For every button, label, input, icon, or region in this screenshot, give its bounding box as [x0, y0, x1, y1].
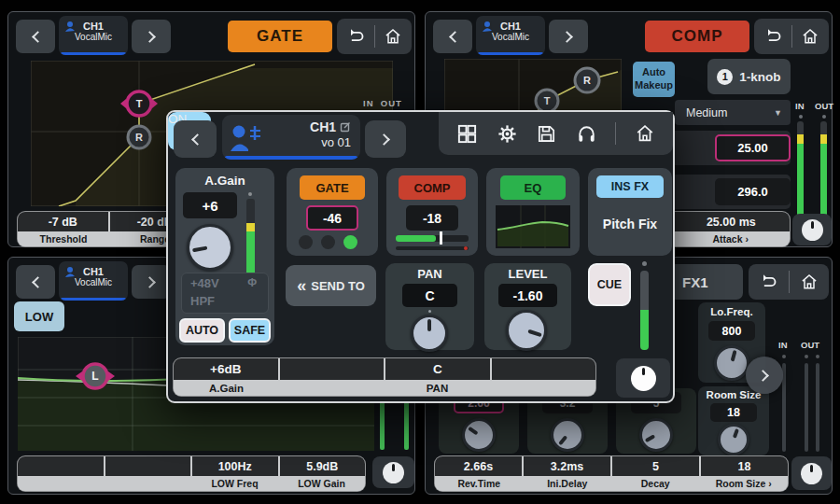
comp-chip[interactable]: COMP: [399, 175, 466, 200]
chevron-right-icon: [144, 31, 156, 43]
comp-threshold-value[interactable]: -18: [406, 205, 458, 231]
level-knob[interactable]: [506, 310, 547, 351]
gate-chip[interactable]: GATE: [300, 175, 365, 200]
settings-gear-icon[interactable]: [497, 123, 518, 145]
comp-param2-value[interactable]: 296.0: [715, 178, 791, 205]
touch-knob-button[interactable]: [791, 456, 832, 490]
footer-cell-lowgain[interactable]: 5.9dB: [280, 456, 366, 476]
red-dot: [464, 246, 468, 250]
footer-label: [279, 380, 385, 396]
touch-knob-button[interactable]: [792, 214, 832, 245]
revtime-knob[interactable]: [462, 418, 496, 452]
footer-label: [18, 476, 105, 491]
footer-cell-pan[interactable]: C: [385, 358, 492, 380]
footer-cell-inidelay[interactable]: 3.2ms: [524, 456, 612, 476]
lofreq-knob[interactable]: [714, 345, 749, 381]
channel-prev-button[interactable]: [16, 20, 55, 53]
decay-knob[interactable]: [639, 418, 673, 452]
insfx-card[interactable]: INS FX Pitch Fix: [588, 168, 672, 256]
undo-icon[interactable]: [346, 27, 365, 46]
phantom-hpf-section[interactable]: +48V Φ HPF: [181, 273, 269, 314]
channel-prev-button[interactable]: [16, 265, 55, 299]
home-icon[interactable]: [384, 27, 402, 46]
channel-next-button[interactable]: [132, 20, 171, 53]
roomsize-value[interactable]: 18: [710, 403, 757, 422]
roomsize-param-card: Room Size 18: [698, 386, 769, 455]
undo-icon[interactable]: [759, 273, 777, 291]
channel-next-button[interactable]: [132, 265, 171, 299]
channel-color-bar: [61, 52, 126, 56]
peak-dot: [642, 261, 647, 266]
monitor-headphones-icon[interactable]: [576, 123, 597, 145]
footer-cell-threshold[interactable]: -7 dB: [18, 212, 110, 231]
comp-title-button[interactable]: COMP: [645, 21, 749, 52]
channel-select-button[interactable]: CH1 VocalMic: [59, 261, 128, 301]
cue-button[interactable]: CUE: [588, 263, 631, 306]
inidelay-knob[interactable]: [551, 418, 584, 452]
eq-chip[interactable]: EQ: [500, 175, 566, 200]
gate-card[interactable]: GATE -46: [287, 168, 378, 256]
auto-gain-button[interactable]: AUTO: [179, 318, 225, 343]
pan-card: PAN C: [385, 263, 474, 350]
pan-value[interactable]: C: [402, 284, 457, 307]
footer-cell[interactable]: [492, 358, 596, 380]
peak-dot: [805, 355, 808, 358]
channel-prev-button[interactable]: [433, 20, 472, 53]
library-grid-icon[interactable]: [456, 123, 478, 145]
popup-touch-knob-button[interactable]: [616, 358, 670, 398]
comp-out-slider: [396, 246, 469, 250]
eq-card[interactable]: EQ: [486, 168, 580, 256]
footer-cell-lowfreq[interactable]: 100Hz: [192, 456, 280, 476]
one-knob-button[interactable]: 1 1-knob: [707, 59, 791, 94]
low-band-button[interactable]: LOW: [14, 301, 64, 331]
touch-knob-button[interactable]: [372, 456, 414, 488]
gate-title-button[interactable]: GATE: [228, 21, 332, 52]
level-value[interactable]: -1.60: [498, 284, 557, 307]
comp-type-dropdown[interactable]: Medium ▼: [675, 100, 791, 125]
popup-channel-prev-button[interactable]: [174, 120, 217, 158]
pan-knob[interactable]: [411, 315, 448, 352]
lofreq-value[interactable]: 800: [708, 321, 755, 341]
footer-cell-again[interactable]: +6dB: [174, 358, 280, 380]
footer-cell[interactable]: [18, 456, 105, 476]
channel-select-button[interactable]: CH1 VocalMic: [59, 16, 128, 55]
home-icon[interactable]: [635, 123, 655, 144]
save-data-icon[interactable]: [536, 123, 557, 145]
comp-param1-value[interactable]: 25.00: [715, 134, 791, 161]
footer-cell-revtime[interactable]: 2.66s: [435, 456, 524, 476]
home-icon[interactable]: [801, 27, 819, 46]
footer-cell-attack[interactable]: 25.00 ms: [673, 212, 790, 231]
popup-channel-name-button[interactable]: CH1 vo 01: [222, 115, 360, 160]
auto-makeup-button[interactable]: Auto Makeup: [633, 62, 675, 97]
footer-label: Decay: [611, 476, 700, 491]
again-value[interactable]: +6: [183, 192, 237, 218]
send-to-button[interactable]: « SEND TO: [286, 265, 376, 306]
gate-range-handle[interactable]: R: [128, 126, 150, 148]
insfx-chip[interactable]: INS FX: [596, 175, 664, 198]
undo-icon[interactable]: [763, 27, 782, 46]
fx-out-meter-r: [816, 363, 819, 452]
again-knob[interactable]: [187, 224, 233, 271]
channel-select-button[interactable]: CH1 VocalMic: [476, 16, 545, 55]
gate-threshold-value[interactable]: -46: [306, 205, 358, 231]
insfx-plugin-name: Pitch Fix: [588, 217, 672, 231]
chevron-left-icon: [32, 31, 44, 43]
one-badge-icon: 1: [717, 69, 733, 85]
fx-title: FX1: [682, 274, 708, 290]
safe-button[interactable]: SAFE: [229, 318, 271, 343]
comp-threshold-handle[interactable]: T: [536, 90, 558, 112]
next-page-button[interactable]: [746, 357, 783, 394]
footer-cell[interactable]: [280, 358, 386, 380]
comp-card[interactable]: COMP -18: [386, 168, 478, 256]
home-icon[interactable]: [800, 273, 819, 291]
footer-cell-decay[interactable]: 5: [612, 456, 701, 476]
footer-cell[interactable]: [105, 456, 193, 476]
footer-label: Room Size ›: [700, 476, 789, 491]
footer-cell-roomsize[interactable]: 18: [701, 456, 788, 476]
channel-next-button[interactable]: [549, 20, 588, 53]
out-meter-label: OUT: [801, 340, 819, 350]
popup-channel-next-button[interactable]: [365, 120, 406, 158]
hpf-label: HPF: [190, 294, 215, 308]
comp-ratio-handle[interactable]: R: [575, 68, 599, 92]
roomsize-knob[interactable]: [718, 424, 749, 455]
